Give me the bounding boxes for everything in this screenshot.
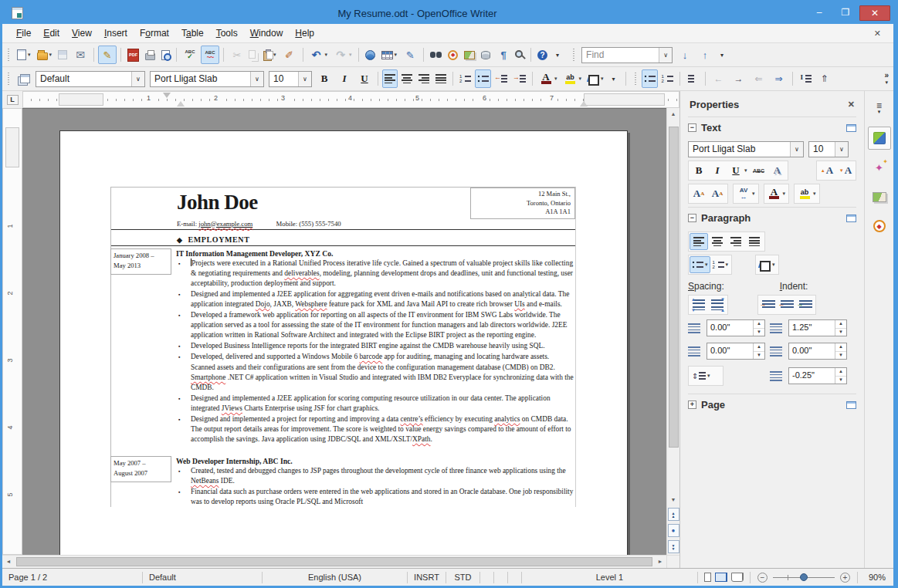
font-name-dropdown[interactable]: ∨ (250, 72, 263, 86)
close-button[interactable]: ✕ (859, 5, 890, 21)
sidebar-decrease-indent-button[interactable] (778, 296, 796, 313)
bullet-item[interactable]: ▪Created, tested and debugged changes to… (176, 466, 575, 487)
book-view-icon[interactable] (731, 573, 744, 582)
scroll-down-arrow[interactable]: ▼ (667, 494, 680, 506)
align-justify[interactable] (433, 69, 449, 88)
expand-page-icon[interactable]: + (688, 400, 696, 409)
format-paintbrush[interactable]: ✐ (280, 46, 299, 64)
below-paragraph-spacing-spinner[interactable]: 0.00" ▲▼ (707, 343, 765, 360)
menu-item-edit[interactable]: Edit (37, 25, 66, 41)
line-spacing-button[interactable]: ▾ (690, 367, 713, 384)
menu-item-view[interactable]: View (66, 25, 98, 41)
sidebar-align-center-button[interactable] (708, 233, 727, 250)
list-bullets-on-off[interactable] (642, 69, 658, 88)
export-pdf[interactable]: PDF (125, 46, 141, 64)
switch-indent-button[interactable] (796, 296, 815, 313)
background-color[interactable]: ▾ (585, 69, 606, 88)
selection-mode-indicator[interactable]: STD (446, 572, 480, 583)
find-next-button[interactable]: ↓ (676, 46, 694, 64)
zoom[interactable] (514, 46, 527, 64)
find-combo-dropdown[interactable]: ∨ (659, 48, 672, 63)
italic[interactable]: I (335, 69, 354, 88)
insert-mode-indicator[interactable]: INSRT (408, 572, 446, 583)
maximize-button[interactable]: ❐ (833, 5, 858, 21)
sidebar-underline-button[interactable]: U▾ (727, 162, 750, 179)
demote-with-subpoints[interactable]: ⇒ (770, 69, 788, 88)
styles-and-formatting[interactable] (15, 69, 32, 88)
zoom-in-button[interactable]: + (840, 573, 850, 583)
decrease-indent[interactable] (493, 69, 510, 88)
after-text-indent-spinner[interactable]: 0.00" ▲▼ (788, 343, 847, 360)
paste-dropdown[interactable]: ▾ (273, 52, 276, 58)
tab-properties[interactable] (868, 127, 891, 150)
sidebar-align-left-button[interactable] (690, 233, 708, 250)
document-page[interactable]: John Doe 12 Main St.,Toronto, OntarioA1A… (59, 130, 628, 555)
table-dropdown[interactable]: ▾ (395, 52, 398, 58)
minimize-button[interactable]: – (807, 5, 832, 21)
sidebar-font-color-button[interactable]: A▾ (765, 185, 788, 202)
gallery[interactable] (462, 46, 477, 64)
bullet-item[interactable]: ▪Developed a framework web application f… (176, 310, 575, 341)
page-indicator[interactable]: Page 1 / 2 (2, 572, 143, 583)
job-title[interactable]: Web Developer Internship, ABC Inc. (176, 456, 575, 466)
close-document-icon[interactable]: ✕ (869, 29, 886, 39)
numbering-on-off[interactable] (457, 69, 473, 88)
demote-one-level[interactable]: → (730, 69, 748, 88)
bullet-item[interactable]: ▪Developed Business Intelligence reports… (176, 341, 575, 352)
above-paragraph-spacing-spinner[interactable]: 0.00" ▲▼ (707, 319, 765, 336)
font-color[interactable]: A▾ (537, 69, 560, 88)
above-spacing-value[interactable]: 0.00" (707, 320, 753, 336)
font-size-dropdown[interactable]: ∨ (298, 72, 311, 86)
below-spacing-value[interactable]: 0.00" (707, 343, 753, 359)
table[interactable]: ▾ (379, 46, 400, 64)
zoom-percent[interactable]: 90% (858, 573, 893, 582)
sidebar-strikethrough-button[interactable]: ABC (750, 162, 768, 179)
toolbar-grip[interactable] (7, 48, 11, 62)
sidebar-highlighting-button[interactable]: ab▾ (795, 185, 818, 202)
sidebar-font-size-dropdown[interactable]: ∨ (835, 142, 848, 157)
data-sources[interactable] (479, 46, 493, 64)
page-dialog-launcher-icon[interactable] (846, 401, 856, 409)
scroll-right-arrow[interactable]: ► (654, 556, 666, 569)
text-dialog-launcher-icon[interactable] (846, 124, 856, 132)
job-date-cell[interactable]: May 2007 –August 2007 (110, 456, 171, 482)
navigator[interactable] (446, 46, 460, 64)
help[interactable]: ? (535, 46, 550, 64)
vertical-scrollbar[interactable]: ▲ ▼ ▲▲ ● ▼▼ (666, 108, 679, 555)
superscript-button[interactable]: A (690, 185, 708, 202)
sidebar-font-name-combo[interactable]: Port Lligat Slab ∨ (688, 141, 804, 157)
find-previous-button[interactable]: ↑ (696, 46, 714, 64)
underline[interactable]: U (355, 69, 374, 88)
single-page-view-icon[interactable] (704, 573, 711, 582)
before-indent-value[interactable]: 1.25" (789, 320, 835, 336)
menu-item-format[interactable]: Format (134, 25, 175, 41)
job-date-cell[interactable]: January 2008 –May 2013 (110, 248, 171, 275)
find-and-replace[interactable] (428, 46, 444, 64)
print[interactable] (143, 46, 158, 64)
find-toolbar-overflow[interactable]: ▾ (716, 46, 728, 64)
outline-level-indicator[interactable]: Level 1 (522, 572, 698, 583)
decrease-font-size-button[interactable]: A (836, 162, 855, 179)
menu-item-window[interactable]: Window (244, 25, 290, 41)
scroll-up-arrow[interactable]: ▲ (667, 108, 680, 120)
horizontal-scrollbar[interactable]: ◄ ► (2, 555, 679, 568)
sidebar-close-icon[interactable]: ✕ (848, 100, 855, 110)
sidebar-italic-button[interactable]: I (708, 162, 727, 179)
new-document[interactable]: ▾ (15, 46, 33, 64)
formatting-toolbar-grip[interactable] (7, 72, 11, 86)
move-up[interactable]: ⇑ (815, 69, 834, 88)
align-right[interactable] (416, 69, 432, 88)
align-left[interactable] (382, 69, 398, 88)
paragraph-section-header[interactable]: − Paragraph (688, 207, 856, 228)
zoom-slider-thumb[interactable] (800, 573, 808, 581)
auto-spellcheck[interactable]: ABC (201, 46, 219, 64)
left-indent-marker[interactable] (177, 101, 185, 106)
list-toolbar-grip[interactable] (634, 72, 638, 86)
list-numbering-on-off[interactable] (659, 69, 676, 88)
document-canvas[interactable]: John Doe 12 Main St.,Toronto, OntarioA1A… (22, 108, 666, 555)
find-toolbar-grip[interactable] (572, 48, 576, 62)
sidebar-font-size-combo[interactable]: 10 ∨ (808, 141, 849, 157)
sidebar-increase-indent-button[interactable] (759, 296, 778, 313)
bullet-item[interactable]: ▪Designed and implemented a J2EE applica… (176, 394, 575, 414)
page-preview[interactable] (159, 46, 172, 64)
